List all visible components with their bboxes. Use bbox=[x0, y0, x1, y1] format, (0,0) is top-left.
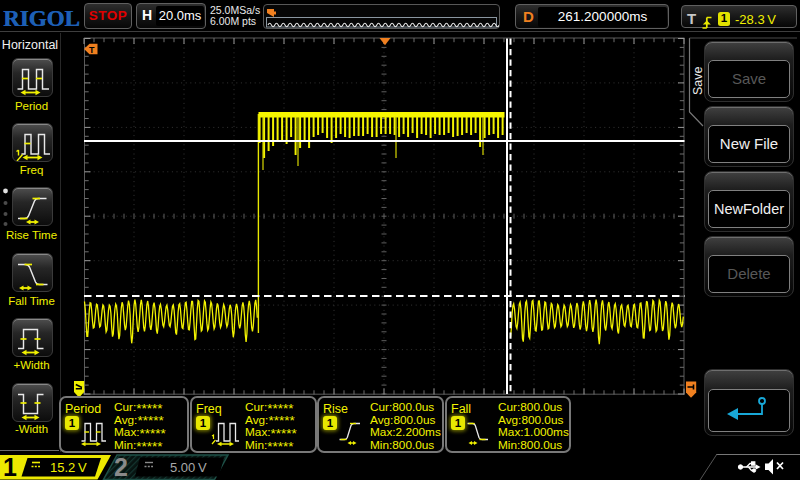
svg-text:5.00 V: 5.00 V bbox=[170, 460, 207, 475]
svg-text:T: T bbox=[89, 45, 95, 55]
svg-text:1: 1 bbox=[3, 453, 17, 480]
svg-text:2: 2 bbox=[114, 453, 128, 480]
svg-text:15.2 V: 15.2 V bbox=[50, 460, 87, 475]
